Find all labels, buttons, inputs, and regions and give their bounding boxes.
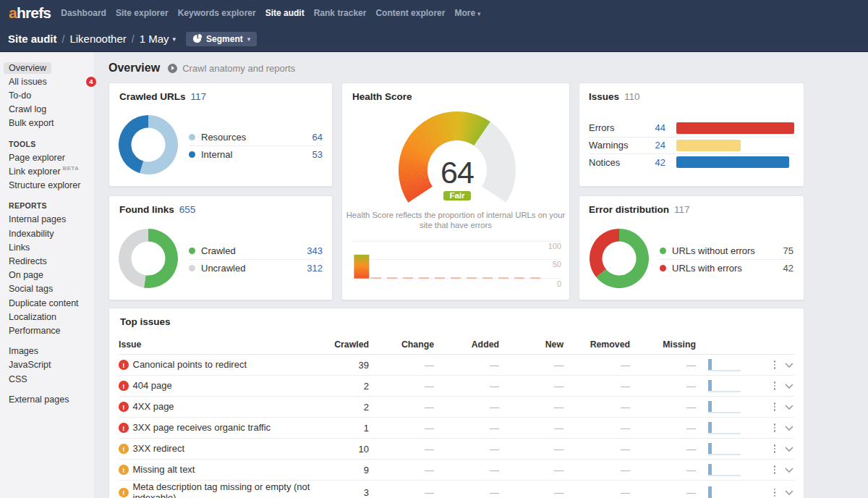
sidebar-item-to-do[interactable]: To-do [0, 88, 94, 102]
sidebar-item-performance[interactable]: Performance [0, 324, 94, 337]
issue-label[interactable]: Meta description tag missing or empty (n… [133, 481, 324, 498]
sidebar-item-structure-explorer[interactable]: Structure explorer [0, 179, 94, 193]
page-subtitle[interactable]: Crawl anatomy and reports [182, 63, 295, 74]
found-links-total[interactable]: 655 [179, 204, 196, 215]
sparkline-bar [708, 464, 712, 476]
breadcrumb-item-likenoother[interactable]: Likenoother [69, 33, 126, 45]
nav-item-rank-tracker[interactable]: Rank tracker [314, 8, 367, 18]
column-header-crawled[interactable]: Crawled [326, 339, 369, 353]
column-header-new[interactable]: New [499, 339, 563, 353]
breadcrumb-separator: / [62, 33, 65, 45]
issue-label[interactable]: 4XX page [133, 400, 174, 414]
kebab-menu-icon[interactable] [773, 443, 778, 455]
sidebar-item-links[interactable]: Links [0, 240, 94, 254]
sidebar-group: REPORTSInternal pagesIndexabilityLinksRe… [0, 199, 94, 338]
column-header-added[interactable]: Added [434, 339, 499, 353]
change-value: — [369, 444, 434, 455]
legend-dot-icon [660, 248, 666, 254]
legend-value[interactable]: 343 [307, 245, 323, 256]
chevron-down-icon[interactable] [785, 426, 793, 431]
removed-value: — [563, 360, 630, 371]
sparkline-baseline [708, 391, 741, 392]
sidebar-item-label: To-do [9, 90, 31, 101]
nav-item-content-explorer[interactable]: Content explorer [375, 8, 445, 18]
sidebar-item-external-pages[interactable]: External pages [0, 392, 94, 406]
sidebar-item-overview[interactable]: Overview [0, 61, 94, 75]
sidebar-item-css[interactable]: CSS [0, 372, 94, 386]
nav-item-dashboard[interactable]: Dashboard [61, 8, 106, 18]
issue-cell: !404 page [119, 379, 326, 393]
missing-value: — [630, 381, 696, 392]
crawled-urls-total[interactable]: 117 [191, 91, 207, 102]
sidebar-item-internal-pages[interactable]: Internal pages [0, 213, 94, 227]
chevron-down-icon[interactable] [785, 490, 793, 495]
sidebar-item-localization[interactable]: Localization [0, 310, 94, 324]
issues-count-badge: 4 [86, 77, 96, 87]
issue-label[interactable]: Canonical points to redirect [133, 358, 247, 372]
removed-value: — [563, 402, 630, 413]
sidebar-item-bulk-export[interactable]: Bulk export [0, 117, 94, 130]
nav-item-site-explorer[interactable]: Site explorer [116, 8, 169, 18]
row-actions [741, 380, 794, 392]
column-header-issue[interactable]: Issue [119, 339, 326, 353]
breadcrumb-item-site-audit[interactable]: Site audit [8, 33, 57, 45]
issues-row-value[interactable]: 42 [637, 157, 665, 168]
column-header-removed[interactable]: Removed [563, 339, 630, 353]
ahrefs-logo[interactable]: ahrefs [9, 4, 51, 22]
sidebar-item-page-explorer[interactable]: Page explorer [0, 151, 94, 164]
issues-row-value[interactable]: 44 [637, 122, 665, 133]
sidebar-item-link-explorer[interactable]: Link explorerBETA [0, 164, 94, 178]
kebab-menu-icon[interactable] [773, 422, 778, 434]
sidebar-item-javascript[interactable]: JavaScript [0, 358, 94, 372]
sidebar-item-social-tags[interactable]: Social tags [0, 282, 94, 296]
health-score-value: 64 [396, 155, 519, 190]
chevron-down-icon: ▾ [477, 10, 481, 17]
issue-label[interactable]: 404 page [133, 379, 172, 393]
sidebar-item-crawl-log[interactable]: Crawl log [0, 103, 94, 117]
breadcrumb-item-1-may[interactable]: 1 May [140, 33, 169, 45]
legend-value[interactable]: 53 [312, 149, 323, 160]
issue-label[interactable]: 3XX page receives organic traffic [133, 421, 271, 435]
health-score-trend-chart: 100500 [352, 235, 562, 292]
legend-value[interactable]: 64 [312, 132, 323, 143]
chevron-down-icon[interactable] [785, 405, 793, 410]
added-value: — [434, 465, 499, 476]
sidebar-item-label: Link explorer [9, 166, 61, 177]
issue-label[interactable]: 3XX redirect [133, 442, 185, 456]
sidebar-item-duplicate-content[interactable]: Duplicate content [0, 296, 94, 310]
chevron-down-icon[interactable] [785, 363, 793, 368]
sidebar-item-all-issues[interactable]: All issues4 [0, 75, 94, 88]
sidebar-item-label: Overview [4, 62, 51, 74]
play-video-icon[interactable] [168, 64, 177, 73]
kebab-menu-icon[interactable] [773, 464, 778, 476]
nav-item-site-audit[interactable]: Site audit [265, 8, 305, 18]
chevron-down-icon[interactable] [785, 384, 793, 389]
sidebar-item-on-page[interactable]: On page [0, 269, 94, 282]
kebab-menu-icon[interactable] [773, 359, 778, 371]
nav-item-keywords-explorer[interactable]: Keywords explorer [178, 8, 256, 18]
column-header-missing[interactable]: Missing [630, 339, 696, 353]
sidebar-item-images[interactable]: Images [0, 345, 94, 358]
change-value: — [369, 487, 434, 498]
issue-history-sparkline [696, 355, 741, 375]
sidebar-item-redirects[interactable]: Redirects [0, 254, 94, 268]
kebab-menu-icon[interactable] [773, 487, 778, 498]
crawled-urls-donut-chart [118, 114, 179, 175]
kebab-menu-icon[interactable] [773, 380, 778, 392]
legend-value[interactable]: 312 [307, 263, 323, 274]
chevron-down-icon[interactable] [785, 468, 793, 473]
legend-dot-icon [189, 151, 195, 158]
segment-button-label: Segment [206, 34, 243, 44]
sidebar-item-indexability[interactable]: Indexability [0, 227, 94, 240]
sidebar-item-label: Indexability [9, 229, 54, 239]
sidebar-group-header: REPORTS [0, 199, 94, 213]
column-header-change[interactable]: Change [369, 339, 434, 353]
issue-label[interactable]: Missing alt text [133, 463, 195, 477]
segment-button[interactable]: Segment ▾ [186, 32, 257, 46]
chevron-down-icon[interactable] [785, 447, 793, 452]
health-score-rating-badge: Fair [443, 191, 470, 201]
kebab-menu-icon[interactable] [773, 401, 778, 413]
nav-item-more[interactable]: More▾ [454, 8, 480, 18]
crawled-count: 39 [326, 360, 369, 371]
issues-row-value[interactable]: 24 [637, 140, 665, 151]
